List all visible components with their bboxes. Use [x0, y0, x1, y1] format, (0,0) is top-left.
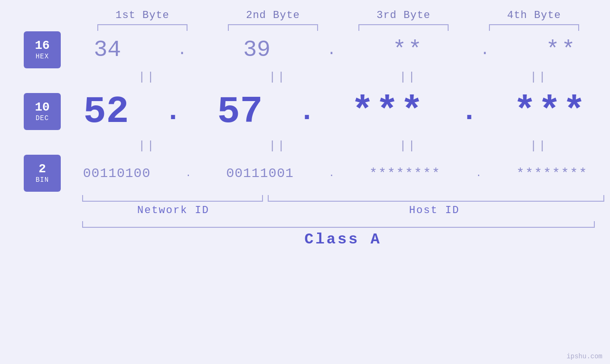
hex-row: 16 HEX 34 . 39 . ** . **: [0, 31, 610, 69]
hex-b1: 34: [94, 37, 121, 63]
bracket-b1: [97, 24, 188, 31]
dec-b1: 52: [83, 90, 129, 133]
bin-dot1: .: [186, 168, 191, 179]
hex-dot3: .: [480, 41, 489, 59]
dec-badge-area: 10 DEC: [24, 93, 61, 130]
dec-badge-number: 10: [35, 101, 49, 113]
eq2-b4: ||: [491, 140, 586, 152]
byte1-header: 1st Byte: [90, 9, 195, 21]
watermark: ipshu.com: [566, 353, 602, 360]
eq1-b1: ||: [100, 71, 195, 84]
class-label: Class A: [304, 231, 381, 248]
eq1-b3: ||: [361, 71, 456, 84]
hex-b4: **: [546, 37, 577, 63]
eq1-b4: ||: [491, 71, 586, 84]
id-labels: Network ID Host ID: [82, 205, 604, 216]
dec-b2: 57: [217, 90, 263, 133]
bin-b1: 00110100: [83, 166, 150, 181]
top-brackets: [77, 24, 600, 31]
bin-badge-number: 2: [38, 163, 46, 175]
hex-badge-number: 16: [35, 39, 49, 52]
dec-b4: ***: [513, 90, 587, 133]
dec-badge: 10 DEC: [24, 93, 61, 130]
dec-b3: ***: [351, 90, 425, 133]
bracket-b4: [489, 24, 579, 31]
eq1-b2: ||: [230, 71, 325, 84]
bin-dot2: .: [328, 168, 334, 179]
class-label-row: Class A: [82, 231, 604, 248]
bracket-host: [268, 195, 604, 202]
bin-row: 2 BIN 00110100 . 00111001 . ******** . *…: [0, 154, 610, 192]
hex-badge: 16 HEX: [24, 31, 61, 68]
bin-b4: ********: [516, 166, 588, 181]
bottom-brackets: [82, 195, 604, 202]
bracket-class: [82, 221, 595, 228]
equals-row-1: || || || ||: [82, 71, 604, 84]
hex-badge-area: 16 HEX: [24, 31, 61, 68]
eq2-b2: ||: [230, 140, 325, 152]
hex-dot2: .: [327, 41, 336, 59]
bracket-b2: [228, 24, 318, 31]
network-id-label: Network ID: [82, 205, 265, 216]
bin-badge-area: 2 BIN: [24, 155, 61, 192]
hex-dot1: .: [178, 41, 187, 59]
dec-row: 10 DEC 52 . 57 . *** . ***: [0, 85, 610, 138]
dec-dot1: .: [164, 95, 181, 128]
equals-row-2: || || || ||: [82, 140, 604, 152]
dec-dot2: .: [298, 95, 315, 128]
eq2-b3: ||: [361, 140, 456, 152]
dec-values: 52 . 57 . *** . ***: [61, 90, 610, 133]
byte3-header: 3rd Byte: [351, 9, 456, 21]
hex-badge-label: HEX: [36, 53, 49, 60]
bin-badge-label: BIN: [36, 176, 49, 184]
main-container: 1st Byte 2nd Byte 3rd Byte 4th Byte 16 H…: [0, 0, 610, 364]
byte2-header: 2nd Byte: [221, 9, 325, 21]
bin-b3: ********: [369, 166, 441, 181]
host-id-label: Host ID: [265, 205, 604, 216]
bracket-b3: [358, 24, 449, 31]
bin-values: 00110100 . 00111001 . ******** . *******…: [61, 166, 610, 181]
bin-dot3: .: [476, 168, 481, 179]
hex-b2: 39: [243, 37, 271, 63]
bin-b2: 00111001: [226, 166, 293, 181]
eq2-b1: ||: [100, 140, 195, 152]
class-bracket-row: [82, 221, 604, 228]
dec-dot3: .: [460, 95, 478, 128]
bin-badge: 2 BIN: [24, 155, 61, 192]
hex-b3: **: [393, 37, 424, 63]
dec-badge-label: DEC: [36, 114, 49, 122]
bracket-network: [82, 195, 263, 202]
hex-values: 34 . 39 . ** . **: [61, 37, 610, 63]
byte4-header: 4th Byte: [482, 9, 586, 21]
byte-headers: 1st Byte 2nd Byte 3rd Byte 4th Byte: [77, 9, 600, 21]
